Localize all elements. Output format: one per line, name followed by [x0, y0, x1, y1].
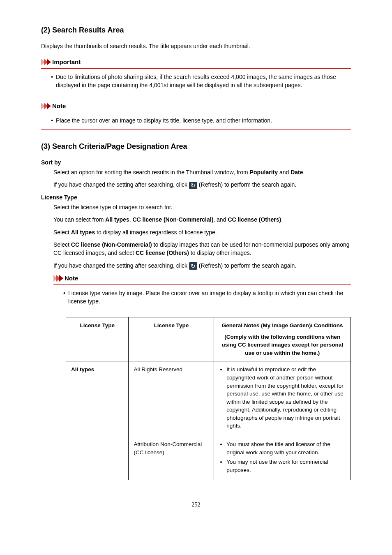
- note-body-1: • Place the cursor over an image to disp…: [41, 116, 351, 129]
- note-header-1: Note: [41, 102, 351, 113]
- chevron-icon: [41, 103, 50, 109]
- table-cell-type: All types: [66, 361, 129, 480]
- table-header-3: General Notes (My Image Garden)/ Conditi…: [214, 317, 351, 361]
- sort-by-desc: Select an option for sorting the search …: [53, 168, 351, 189]
- table-cell-notes: You must show the title and licensor of …: [214, 436, 351, 480]
- table-cell-license: Attribution Non-Commercial (CC license): [129, 436, 214, 480]
- refresh-icon: ↻: [189, 182, 197, 189]
- chevron-icon: [41, 59, 50, 65]
- note-header-2: Note: [53, 274, 351, 285]
- note-body-2: • License type varies by image. Place th…: [53, 289, 351, 310]
- chevron-icon: [53, 275, 62, 282]
- table-header-2: License Type: [129, 317, 214, 361]
- license-table: License Type License Type General Notes …: [66, 317, 351, 480]
- license-type-label: License Type: [41, 193, 351, 201]
- important-body: • Due to limitations of photo sharing si…: [41, 73, 351, 94]
- important-title: Important: [52, 58, 81, 67]
- section-2-heading: (2) Search Results Area: [41, 25, 351, 35]
- bullet-icon: •: [63, 289, 68, 306]
- table-cell-notes: It is unlawful to reproduce or edit the …: [214, 361, 351, 436]
- important-text: Due to limitations of photo sharing site…: [56, 73, 351, 90]
- license-type-desc: Select the license type of images to sea…: [53, 203, 351, 270]
- refresh-icon: ↻: [189, 262, 197, 270]
- bullet-icon: •: [51, 73, 56, 90]
- note-title-2: Note: [65, 274, 78, 283]
- page-number: 252: [41, 501, 351, 509]
- table-row: All types All Rights Reserved It is unla…: [66, 361, 351, 436]
- section-3-heading: (3) Search Criteria/Page Designation Are…: [41, 141, 351, 152]
- sort-by-label: Sort by: [41, 158, 351, 166]
- note-text-2: License type varies by image. Place the …: [68, 289, 351, 306]
- table-header-1: License Type: [66, 317, 129, 361]
- section-2-desc: Displays the thumbnails of search result…: [41, 42, 351, 50]
- table-cell-license: All Rights Reserved: [129, 361, 214, 436]
- bullet-icon: •: [51, 116, 56, 125]
- important-header: Important: [41, 58, 351, 69]
- note-title-1: Note: [52, 102, 66, 111]
- note-text-1: Place the cursor over an image to displa…: [56, 116, 272, 125]
